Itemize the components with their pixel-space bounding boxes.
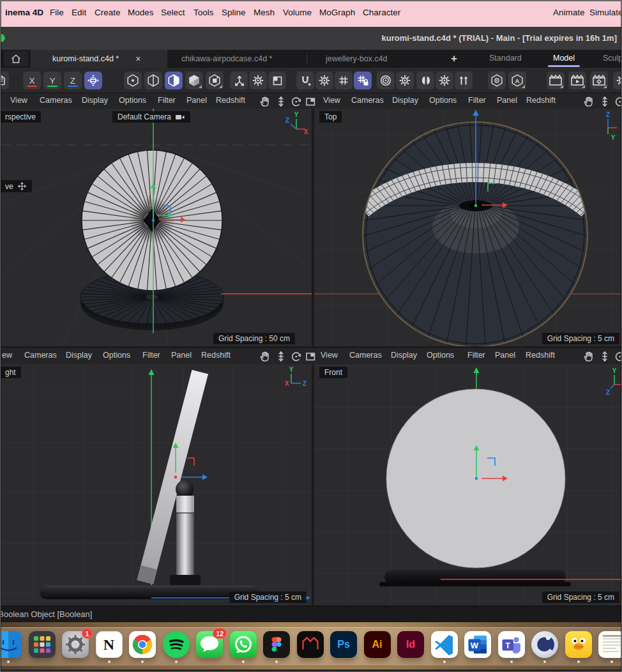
dock-item-teams[interactable]: T: [498, 631, 525, 658]
camera-selector[interactable]: Default Camera: [112, 111, 190, 123]
tab-chikawa-airpodcase[interactable]: chikawa-airpodcase.c4d *: [181, 50, 272, 68]
dock-item-cinema4d[interactable]: [531, 631, 558, 658]
stand-base-mesh[interactable]: [40, 585, 261, 599]
points-mode-button[interactable]: [124, 72, 142, 89]
menubar-item-create[interactable]: Create: [95, 8, 121, 17]
vp-menu-options[interactable]: Options: [103, 351, 130, 360]
menubar-item-simulate[interactable]: Simulate: [589, 8, 622, 17]
viewport-front-canvas[interactable]: [314, 364, 622, 606]
menubar-item-mesh[interactable]: Mesh: [254, 8, 275, 17]
frame-icon[interactable]: [304, 350, 317, 363]
dock-item-textedit[interactable]: [598, 631, 622, 658]
dock-item-messages[interactable]: 12: [196, 631, 223, 658]
pan-hand-icon[interactable]: [582, 95, 595, 108]
menubar-item-spline[interactable]: Spline: [222, 8, 246, 17]
vp-menu-view[interactable]: View: [321, 351, 338, 360]
vp-menu-filter[interactable]: Filter: [142, 351, 160, 360]
layout-sculpt[interactable]: Sculpt: [603, 54, 622, 63]
menubar-item-select[interactable]: Select: [161, 8, 185, 17]
pan-hand-icon[interactable]: [259, 95, 271, 108]
stand-pole-mesh[interactable]: [176, 496, 194, 579]
vp-menu-display[interactable]: Display: [392, 96, 418, 105]
panes-button[interactable]: [0, 72, 9, 89]
menubar-item-modes[interactable]: Modes: [128, 8, 154, 17]
vp-menu-redshift[interactable]: Redshift: [216, 96, 245, 105]
dolly-icon[interactable]: [598, 95, 611, 108]
pan-hand-icon[interactable]: [582, 350, 595, 363]
vp-menu-filter[interactable]: Filter: [467, 351, 485, 360]
viewport-perspective[interactable]: rspective Default Camera ve Grid Spacing…: [0, 109, 312, 346]
viewport-solo-button[interactable]: [488, 72, 506, 89]
viewport-label[interactable]: Front: [319, 367, 347, 378]
vp-menu-cameras[interactable]: Cameras: [40, 96, 72, 105]
double-arrow-up-button[interactable]: [455, 72, 473, 89]
vp-menu-redshift[interactable]: Redshift: [201, 351, 231, 360]
home-button[interactable]: [4, 51, 28, 66]
vp-menu-display[interactable]: Display: [82, 96, 108, 105]
menubar-item-tools[interactable]: Tools: [193, 8, 214, 17]
dock-item-spotify[interactable]: [163, 631, 190, 658]
vp-menu-cameras[interactable]: Cameras: [351, 96, 384, 105]
orbit-icon[interactable]: [290, 95, 303, 108]
stand-ball-mesh[interactable]: [176, 480, 193, 498]
vp-menu-filter[interactable]: Filter: [158, 96, 176, 105]
dolly-icon[interactable]: [275, 95, 287, 108]
target-button[interactable]: [377, 72, 395, 89]
menubar-item-character[interactable]: Character: [363, 8, 400, 17]
viewport-label[interactable]: ght: [0, 367, 21, 378]
menubar-item-file[interactable]: File: [50, 8, 64, 17]
tab-kuromi-stand[interactable]: kuromi-stand.c4d * ×: [31, 50, 167, 68]
dock-item-vscode[interactable]: [431, 631, 458, 658]
dolly-icon[interactable]: [598, 350, 611, 363]
menubar-item-edit[interactable]: Edit: [72, 8, 86, 17]
dock-item-maxon[interactable]: [297, 631, 324, 658]
model-mode-button[interactable]: [185, 72, 203, 89]
menubar-item-animate[interactable]: Animate: [553, 8, 585, 17]
texture-mode-button[interactable]: [206, 72, 224, 89]
snap-settings-button[interactable]: [315, 72, 333, 89]
viewport-front[interactable]: Front Grid Spacing : 5 cm Y Z: [314, 364, 622, 606]
viewport-right-canvas[interactable]: [0, 364, 312, 606]
dock-item-settings[interactable]: 1: [62, 631, 89, 658]
orbit-icon[interactable]: [614, 350, 622, 363]
orbit-icon[interactable]: [614, 95, 622, 108]
menubar-app-name[interactable]: inema 4D: [5, 8, 43, 17]
dock-item-photoshop[interactable]: Ps: [330, 631, 357, 658]
vp-menu-options[interactable]: Options: [429, 96, 457, 105]
dolly-icon[interactable]: [275, 350, 287, 363]
axis-z-lock-button[interactable]: Z: [64, 72, 82, 89]
dock-item-word[interactable]: W: [464, 631, 491, 658]
dock-item-launchpad[interactable]: [29, 631, 56, 658]
axis-x-lock-button[interactable]: X: [23, 72, 41, 89]
axis-tool-button[interactable]: [230, 72, 248, 89]
vp-menu-display[interactable]: Display: [66, 351, 92, 360]
target-settings-button[interactable]: [396, 72, 414, 89]
menubar-item-mograph[interactable]: MoGraph: [319, 8, 355, 17]
vp-menu-options[interactable]: Options: [427, 351, 454, 360]
dock-item-finder[interactable]: [0, 631, 22, 658]
dock-item-indesign[interactable]: Id: [397, 631, 424, 658]
menubar-item-volume[interactable]: Volume: [283, 8, 312, 17]
render-settings-button[interactable]: [590, 72, 608, 89]
vp-menu-filter[interactable]: Filter: [468, 96, 486, 105]
vp-menu-panel[interactable]: Panel: [495, 351, 515, 360]
vp-menu-cameras[interactable]: Cameras: [24, 351, 57, 360]
polygons-mode-button[interactable]: [165, 72, 183, 89]
viewport-right[interactable]: ght Grid Spacing : 5 cm Y X Z: [0, 364, 312, 606]
viewport-label[interactable]: Top: [319, 111, 342, 123]
vp-menu-panel[interactable]: Panel: [186, 96, 207, 105]
orbit-icon[interactable]: [290, 350, 303, 363]
snap-magnet-button[interactable]: [296, 72, 314, 89]
vp-menu-panel[interactable]: Panel: [171, 351, 192, 360]
layout-standard[interactable]: Standard: [489, 54, 522, 63]
world-axis-button[interactable]: [84, 72, 102, 89]
vp-menu-cameras[interactable]: Cameras: [349, 351, 382, 360]
symmetry-button[interactable]: [416, 72, 434, 89]
dock-item-chrome[interactable]: [129, 631, 156, 658]
axis-settings-button[interactable]: [249, 72, 267, 89]
vp-menu-options[interactable]: Options: [119, 96, 146, 105]
pole-mount-mesh[interactable]: [170, 575, 201, 586]
grid-snap-button[interactable]: [335, 72, 353, 89]
viewport-perspective-canvas[interactable]: [0, 109, 312, 346]
dock-item-illustrator[interactable]: Ai: [364, 631, 391, 658]
